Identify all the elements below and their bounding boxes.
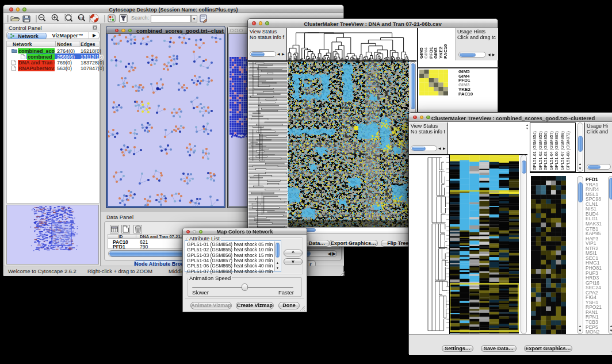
svg-text:Search:: Search: bbox=[131, 15, 149, 21]
svg-text:GPL51-02 (GSM855): GPL51-02 (GSM855) bbox=[538, 131, 543, 170]
svg-text:GPL51-06 (GSM865): GPL51-06 (GSM865) bbox=[554, 131, 559, 170]
svg-text:1:1: 1:1 bbox=[79, 16, 83, 20]
svg-text:GPL51-07 (GSM868): GPL51-07 (GSM868) bbox=[560, 131, 565, 170]
svg-text:GPL51-03 (GSM856): GPL51-03 (GSM856) bbox=[543, 131, 548, 170]
svg-text:GPL51-08 (GSM872): GPL51-08 (GSM872) bbox=[565, 131, 571, 170]
svg-text:GPL51-04 (GSM857): GPL51-04 (GSM857) bbox=[549, 131, 554, 170]
svg-text:GPL51-01 (GSM854): GPL51-01 (GSM854) bbox=[532, 131, 537, 170]
svg-text:PAC10: PAC10 bbox=[443, 44, 448, 59]
